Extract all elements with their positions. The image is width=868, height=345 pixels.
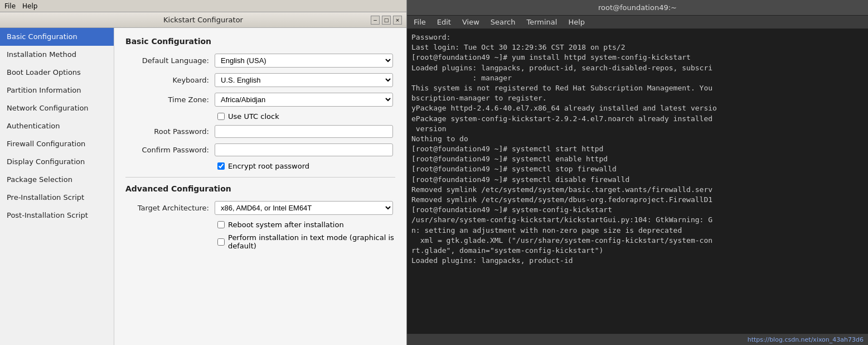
terminal-body[interactable]: Password: Last login: Tue Oct 30 12:29:3… [407, 29, 868, 334]
sidebar-item-basic-configuration[interactable]: Basic Configuration [0, 28, 114, 46]
terminal-menu-file[interactable]: File [411, 17, 428, 27]
reboot-row: Reboot system after installation [125, 221, 395, 229]
terminal-titlebar: root@foundation49:~ [407, 0, 868, 16]
confirm-password-label: Confirm Password: [125, 146, 215, 154]
sidebar-item-display-configuration[interactable]: Display Configuration [0, 153, 114, 171]
advanced-section-title: Advanced Configuration [125, 184, 395, 193]
config-panel: Basic Configuration Default Language: En… [114, 28, 406, 345]
minimize-button[interactable]: − [371, 16, 380, 25]
utc-clock-checkbox[interactable] [217, 113, 225, 120]
keyboard-control: U.S. English [215, 73, 393, 87]
text-mode-row: Perform installation in text mode (graph… [125, 233, 395, 250]
terminal-window: root@foundation49:~ File Edit View Searc… [407, 0, 868, 345]
keyboard-select[interactable]: U.S. English [215, 73, 393, 87]
maximize-button[interactable]: □ [382, 16, 391, 25]
default-language-label: Default Language: [125, 56, 215, 65]
timezone-row: Time Zone: Africa/Abidjan [125, 93, 395, 107]
text-mode-checkbox[interactable] [217, 238, 225, 246]
terminal-menu-search[interactable]: Search [488, 17, 518, 27]
close-button[interactable]: × [393, 16, 402, 25]
default-language-select[interactable]: English (USA) [215, 54, 393, 68]
timezone-label: Time Zone: [125, 95, 215, 104]
os-menu-help[interactable]: Help [22, 2, 37, 10]
sidebar-item-authentication[interactable]: Authentication [0, 117, 114, 135]
sidebar-item-pre-installation-script[interactable]: Pre-Installation Script [0, 189, 114, 207]
utc-clock-row: Use UTC clock [125, 112, 395, 121]
main-area: Basic ConfigurationInstallation MethodBo… [0, 28, 406, 345]
reboot-checkbox[interactable] [217, 221, 225, 228]
default-language-control: English (USA) [215, 54, 393, 68]
window-titlebar: Kickstart Configurator − □ × [0, 12, 406, 28]
kickstart-window: File Help Kickstart Configurator − □ × B… [0, 0, 407, 345]
timezone-control: Africa/Abidjan [215, 93, 393, 107]
sidebar-item-post-installation-script[interactable]: Post-Installation Script [0, 207, 114, 224]
target-arch-label: Target Architecture: [125, 204, 215, 212]
encrypt-password-row: Encrypt root password [125, 162, 395, 170]
terminal-menubar: File Edit View Search Terminal Help [407, 16, 868, 29]
root-password-control [215, 125, 393, 138]
sidebar-item-partition-information[interactable]: Partition Information [0, 82, 114, 99]
reboot-label: Reboot system after installation [228, 221, 344, 229]
confirm-password-input[interactable] [215, 143, 393, 156]
divider [125, 177, 395, 178]
os-menubar: File Help [0, 0, 406, 12]
terminal-menu-terminal[interactable]: Terminal [524, 17, 559, 27]
section-title: Basic Configuration [125, 37, 395, 46]
confirm-password-control [215, 143, 393, 156]
keyboard-row: Keyboard: U.S. English [125, 73, 395, 87]
sidebar-item-network-configuration[interactable]: Network Configuration [0, 99, 114, 117]
terminal-status-url: https://blog.csdn.net/xixon_43ah73d6 [748, 336, 864, 343]
target-arch-select[interactable]: x86, AMD64, or Intel EM64T [215, 201, 393, 215]
os-menu-file[interactable]: File [4, 2, 16, 10]
timezone-select[interactable]: Africa/Abidjan [215, 93, 393, 107]
terminal-menu-view[interactable]: View [460, 17, 482, 27]
confirm-password-row: Confirm Password: [125, 143, 395, 156]
encrypt-password-label: Encrypt root password [228, 162, 309, 170]
target-arch-control: x86, AMD64, or Intel EM64T [215, 201, 393, 215]
sidebar: Basic ConfigurationInstallation MethodBo… [0, 28, 114, 345]
sidebar-item-installation-method[interactable]: Installation Method [0, 46, 114, 64]
encrypt-password-checkbox[interactable] [217, 162, 225, 170]
terminal-menu-edit[interactable]: Edit [435, 17, 453, 27]
sidebar-item-firewall-configuration[interactable]: Firewall Configuration [0, 135, 114, 153]
root-password-label: Root Password: [125, 127, 215, 136]
terminal-menu-help[interactable]: Help [566, 17, 587, 27]
root-password-input[interactable] [215, 125, 393, 138]
target-arch-row: Target Architecture: x86, AMD64, or Inte… [125, 201, 395, 215]
terminal-statusbar: https://blog.csdn.net/xixon_43ah73d6 [407, 334, 868, 345]
window-title: Kickstart Configurator [163, 16, 243, 24]
utc-clock-label: Use UTC clock [228, 112, 279, 121]
keyboard-label: Keyboard: [125, 76, 215, 84]
sidebar-item-boot-loader-options[interactable]: Boot Loader Options [0, 64, 114, 82]
sidebar-item-package-selection[interactable]: Package Selection [0, 171, 114, 189]
default-language-row: Default Language: English (USA) [125, 54, 395, 68]
text-mode-label: Perform installation in text mode (graph… [228, 233, 395, 250]
titlebar-controls: − □ × [371, 16, 402, 25]
terminal-title: root@foundation49:~ [598, 3, 677, 12]
root-password-row: Root Password: [125, 125, 395, 138]
